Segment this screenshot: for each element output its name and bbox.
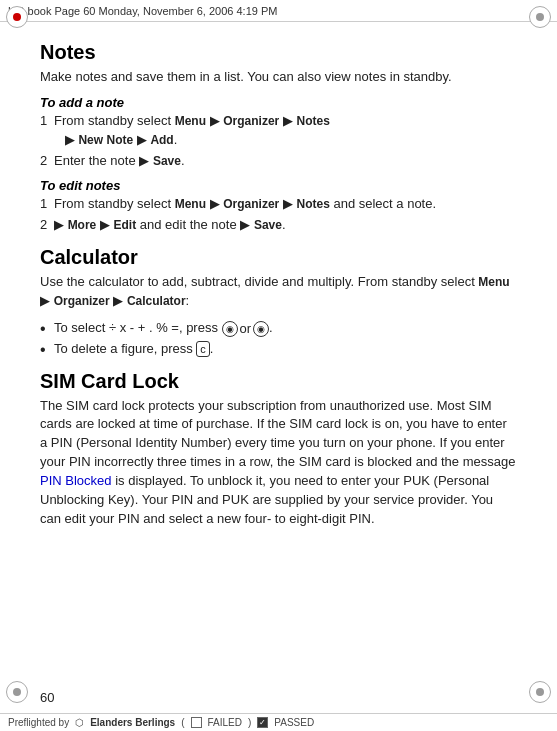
- corner-decoration-br: [529, 681, 551, 703]
- edit-notes-heading: To edit notes: [40, 178, 517, 193]
- edit-notes-steps: 1 From standby select Menu ▶ Organizer ▶…: [40, 195, 517, 235]
- sim-card-lock-title: SIM Card Lock: [40, 369, 517, 393]
- bottom-bar: Preflighted by ⬡ Elanders Berlings ( FAI…: [0, 713, 557, 731]
- page-number-area: 60: [0, 690, 557, 713]
- step-num-e1: 1: [40, 195, 47, 214]
- save-ref-2: Save: [254, 218, 282, 232]
- corner-dot-br: [536, 688, 544, 696]
- edit-note-step-1: 1 From standby select Menu ▶ Organizer ▶…: [40, 195, 517, 214]
- add-note-step-2: 2 Enter the note ▶ Save.: [40, 152, 517, 171]
- calculator-section: Calculator Use the calculator to add, su…: [40, 245, 517, 358]
- preflighted-icon: ⬡: [75, 717, 84, 728]
- separator2: ): [248, 717, 251, 728]
- organizer-ref-2: Organizer: [223, 197, 279, 211]
- calculator-intro: Use the calculator to add, subtract, div…: [40, 273, 517, 311]
- company-name: Elanders Berlings: [90, 717, 175, 728]
- organizer-ref-3: Organizer: [54, 294, 110, 308]
- top-bar: UG.book Page 60 Monday, November 6, 2006…: [0, 0, 557, 22]
- main-content: Notes Make notes and save them in a list…: [0, 22, 557, 690]
- save-ref-1: Save: [153, 154, 181, 168]
- passed-label: PASSED: [274, 717, 314, 728]
- corner-dot-tl: [13, 13, 21, 21]
- notes-title: Notes: [40, 40, 517, 64]
- notes-section: Notes Make notes and save them in a list…: [40, 40, 517, 235]
- preflighted-label: Preflighted by: [8, 717, 69, 728]
- sim-card-lock-body: The SIM card lock protects your subscrip…: [40, 397, 517, 529]
- add-note-steps: 1 From standby select Menu ▶ Organizer ▶…: [40, 112, 517, 171]
- corner-dot-tr: [536, 13, 544, 21]
- corner-decoration-tl: [6, 6, 28, 28]
- edit-ref: Edit: [114, 218, 137, 232]
- calculator-title: Calculator: [40, 245, 517, 269]
- notes-ref-1: Notes: [296, 114, 329, 128]
- menu-ref-3: Menu: [478, 275, 509, 289]
- failed-label: FAILED: [208, 717, 242, 728]
- pin-blocked-text: PIN Blocked: [40, 473, 112, 488]
- new-note-ref: New Note: [78, 133, 133, 147]
- c-key: c: [196, 341, 210, 357]
- step-num-1: 1: [40, 112, 47, 131]
- passed-checkbox: ✓: [257, 717, 268, 728]
- page-number: 60: [40, 690, 54, 705]
- menu-ref-2: Menu: [175, 197, 206, 211]
- step-num-2: 2: [40, 152, 47, 171]
- corner-dot-bl: [13, 688, 21, 696]
- separator: (: [181, 717, 184, 728]
- add-ref: Add: [150, 133, 173, 147]
- sim-card-lock-section: SIM Card Lock The SIM card lock protects…: [40, 369, 517, 529]
- page-wrapper: UG.book Page 60 Monday, November 6, 2006…: [0, 0, 557, 731]
- calc-bullet-1: To select ÷ x - + . % =, press ◉ or ◉.: [40, 319, 517, 339]
- add-note-step-1: 1 From standby select Menu ▶ Organizer ▶…: [40, 112, 517, 150]
- organizer-ref-1: Organizer: [223, 114, 279, 128]
- notes-ref-2: Notes: [296, 197, 329, 211]
- add-note-heading: To add a note: [40, 95, 517, 110]
- edit-note-step-2: 2 ▶ More ▶ Edit and edit the note ▶ Save…: [40, 216, 517, 235]
- calculator-ref: Calculator: [127, 294, 186, 308]
- more-ref: More: [68, 218, 97, 232]
- scroll-icon-1: ◉: [222, 321, 238, 337]
- failed-checkbox: [191, 717, 202, 728]
- calc-bullet-2: To delete a figure, press c.: [40, 340, 517, 359]
- scroll-icon-2: ◉: [253, 321, 269, 337]
- corner-decoration-bl: [6, 681, 28, 703]
- menu-ref-1: Menu: [175, 114, 206, 128]
- notes-intro: Make notes and save them in a list. You …: [40, 68, 517, 87]
- top-bar-title: UG.book Page 60 Monday, November 6, 2006…: [8, 5, 277, 17]
- step-num-e2: 2: [40, 216, 47, 235]
- calculator-bullets: To select ÷ x - + . % =, press ◉ or ◉. T…: [40, 319, 517, 359]
- corner-decoration-tr: [529, 6, 551, 28]
